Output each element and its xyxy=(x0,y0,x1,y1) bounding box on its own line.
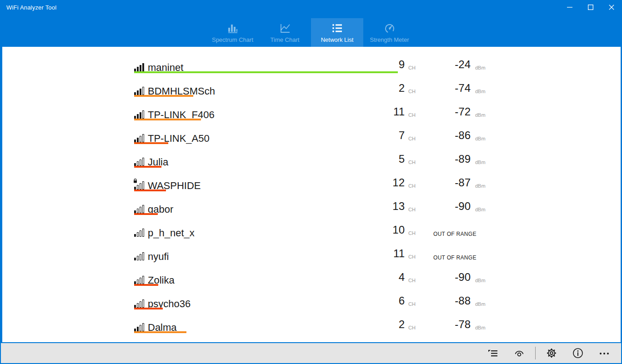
tab-spectrum-chart[interactable]: Spectrum Chart xyxy=(206,18,259,47)
window-title: WiFi Analyzer Tool xyxy=(0,4,56,11)
tab-network-list[interactable]: Network List xyxy=(311,18,363,47)
jump-list-button[interactable] xyxy=(480,343,506,363)
signal-strength-icon xyxy=(134,229,144,237)
jump-list-icon xyxy=(487,347,499,359)
settings-gear-icon xyxy=(545,347,558,359)
signal-strength-icon xyxy=(134,205,144,213)
out-of-range-label: OUT OF RANGE xyxy=(433,254,477,261)
signal-strength-icon xyxy=(134,299,144,308)
signal-underline xyxy=(134,71,398,73)
channel-number: 2 xyxy=(346,82,405,95)
signal-value: -74 xyxy=(411,82,471,95)
channel-number: 12 xyxy=(346,176,405,189)
channel-unit-label: CH xyxy=(408,230,416,236)
bar-chart-icon xyxy=(227,21,239,35)
network-row[interactable]: maninet 9 CH -24 dBm xyxy=(2,53,621,77)
signal-unit-label: dBm xyxy=(475,183,486,189)
command-bar xyxy=(1,343,621,363)
minimize-icon xyxy=(567,5,572,10)
tab-label: Time Chart xyxy=(271,36,300,43)
signal-strength-icon xyxy=(134,87,144,95)
signal-strength-icon xyxy=(134,276,144,284)
signal-strength-icon xyxy=(134,158,144,166)
signal-underline xyxy=(134,213,158,215)
channel-number: 2 xyxy=(346,318,405,331)
signal-underline xyxy=(134,189,166,191)
channel-number: 10 xyxy=(346,224,405,236)
maximize-button[interactable] xyxy=(580,0,601,15)
wifi-analyzer-window: WiFi Analyzer Tool Spectrum Chart xyxy=(0,0,622,364)
signal-unit-label: dBm xyxy=(475,89,486,94)
signal-unit-label: dBm xyxy=(475,160,486,165)
signal-strength-icon xyxy=(134,110,144,119)
minimize-button[interactable] xyxy=(559,0,580,15)
info-button[interactable] xyxy=(565,343,591,363)
list-icon xyxy=(331,21,343,35)
scan-button[interactable] xyxy=(506,343,532,363)
network-row[interactable]: Dalma 2 CH -78 dBm xyxy=(2,313,621,337)
network-row[interactable]: BDMHLSMSch 2 CH -74 dBm xyxy=(2,77,621,100)
signal-strength-icon xyxy=(134,181,144,189)
tab-time-chart[interactable]: Time Chart xyxy=(259,18,311,47)
channel-number: 4 xyxy=(346,271,405,284)
network-name: nyufi xyxy=(148,251,169,262)
tab-label: Network List xyxy=(321,36,354,43)
line-chart-icon xyxy=(279,21,291,35)
tab-label: Spectrum Chart xyxy=(212,36,253,43)
network-row[interactable]: TP-LINK_F406 11 CH -72 dBm xyxy=(2,100,621,124)
tab-strip: Spectrum Chart Time Chart Network List xyxy=(0,15,622,47)
network-row[interactable]: gabor 13 CH -90 dBm xyxy=(2,195,621,219)
signal-unit-label: dBm xyxy=(475,136,486,141)
signal-strength-icon xyxy=(134,63,144,71)
network-row[interactable]: TP-LINK_A50 7 CH -86 dBm xyxy=(2,124,621,148)
signal-value: -88 xyxy=(411,294,471,307)
signal-value: -72 xyxy=(411,105,471,118)
channel-number: 6 xyxy=(346,294,405,307)
signal-underline xyxy=(134,142,168,144)
signal-unit-label: dBm xyxy=(475,112,486,118)
signal-unit-label: dBm xyxy=(475,207,486,212)
signal-underline xyxy=(134,331,186,333)
signal-value: -90 xyxy=(411,200,471,213)
info-icon xyxy=(572,347,584,359)
close-icon xyxy=(609,5,614,10)
signal-value: -86 xyxy=(411,129,471,142)
network-row[interactable]: Julia 5 CH -89 dBm xyxy=(2,148,621,171)
channel-number: 11 xyxy=(346,105,405,118)
signal-value: -78 xyxy=(411,318,471,331)
more-button[interactable] xyxy=(591,343,617,363)
network-name: p_h_net_x xyxy=(148,228,195,239)
title-bar: WiFi Analyzer Tool xyxy=(0,0,622,15)
signal-strength-icon xyxy=(134,323,144,331)
signal-strength-icon xyxy=(134,252,144,260)
channel-number: 5 xyxy=(346,153,405,165)
signal-value: -90 xyxy=(411,271,471,284)
channel-number: 9 xyxy=(346,58,405,71)
network-row[interactable]: nyufi 11 CH OUT OF RANGE xyxy=(2,242,621,266)
network-row[interactable]: Zolika 4 CH -90 dBm xyxy=(2,266,621,289)
out-of-range-label: OUT OF RANGE xyxy=(433,231,477,237)
signal-value: -87 xyxy=(411,176,471,189)
signal-underline xyxy=(134,119,201,120)
gauge-icon xyxy=(384,21,396,35)
tab-strength-meter[interactable]: Strength Meter xyxy=(363,18,416,47)
scan-icon xyxy=(513,347,526,359)
lock-icon xyxy=(133,177,137,185)
network-row[interactable]: psycho36 6 CH -88 dBm xyxy=(2,289,621,313)
network-row[interactable]: p_h_net_x 10 CH OUT OF RANGE xyxy=(2,219,621,242)
channel-number: 13 xyxy=(346,200,405,213)
network-list: maninet 9 CH -24 dBm BDMHLSMSch 2 CH -74 xyxy=(2,47,621,337)
tab-label: Strength Meter xyxy=(370,36,409,43)
signal-underline xyxy=(134,166,161,168)
channel-number: 7 xyxy=(346,129,405,142)
signal-unit-label: dBm xyxy=(475,325,486,330)
network-row[interactable]: WASPHIDE 12 CH -87 dBm xyxy=(2,171,621,195)
signal-underline xyxy=(134,284,158,286)
more-icon xyxy=(598,347,611,359)
close-button[interactable] xyxy=(601,0,622,15)
settings-button[interactable] xyxy=(538,343,565,363)
signal-underline xyxy=(134,308,163,309)
window-controls xyxy=(559,0,622,15)
signal-value: -24 xyxy=(411,58,471,71)
signal-strength-icon xyxy=(134,134,144,142)
